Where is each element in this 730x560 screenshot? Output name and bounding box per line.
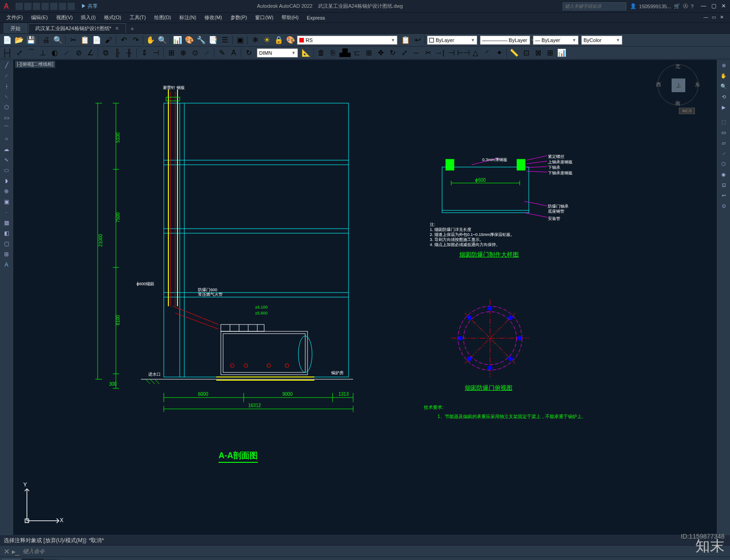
dim-diameter-icon[interactable]: ⊘ [73,47,84,58]
layer-color-icon[interactable]: 🎨 [285,35,296,46]
pline-tool-icon[interactable]: ⟍ [1,92,12,102]
rectangle-tool-icon[interactable]: ▭ [1,113,12,123]
nav-orbit-icon[interactable]: ⟲ [718,92,729,102]
mod-copy-icon[interactable]: ⎘ [328,47,339,58]
plotstyle-selector[interactable]: ByColor▼ [581,36,622,45]
layer-prev-icon[interactable]: ↩ [412,35,423,46]
table-tool-icon[interactable]: ⊞ [1,249,12,259]
dim-break-icon[interactable]: ⊣ [151,47,162,58]
tool-pan-icon[interactable]: ✋ [145,35,156,46]
mod-trim-icon[interactable]: ✂ [422,47,433,58]
dim-update-icon[interactable]: ↻ [243,47,254,58]
dim-jogged-icon[interactable]: ⟋ [61,47,72,58]
inquiry-5-icon[interactable]: 📊 [556,47,567,58]
viewcube[interactable]: 上 北 南 东 西 [657,64,699,105]
layer-selector[interactable]: RS▼ [297,36,397,45]
tab-start[interactable]: 开始 [4,23,27,33]
doc-restore-button[interactable]: ▭ [712,15,719,21]
tool-paste-icon[interactable]: 📄 [91,35,102,46]
viewcube-top[interactable]: 上 [672,79,685,92]
sel-all-icon[interactable]: ⊡ [718,180,729,190]
nav-showmotion-icon[interactable]: ▶ [718,102,729,112]
tool-plot-icon[interactable]: 🖨 [41,35,52,46]
mod-mirror-icon[interactable]: ▟▙ [339,47,350,58]
tab-document[interactable]: 武汉某工业园A24栋锅炉设计图纸*✕ [28,23,126,33]
inspect-icon[interactable]: ⊙ [189,47,200,58]
tab-add-button[interactable]: + [127,24,138,33]
inquiry-1-icon[interactable]: 📏 [509,47,520,58]
hatch-tool-icon[interactable]: ▦ [1,218,12,228]
sel-cross-icon[interactable]: ▱ [718,138,729,148]
sel-fence-icon[interactable]: ⟋ [718,148,729,158]
layer-manager-icon[interactable]: 📋 [400,35,411,46]
inquiry-2-icon[interactable]: ⊡ [521,47,532,58]
tool-sheet-icon[interactable]: 📑 [208,35,219,46]
spline-tool-icon[interactable]: ∿ [1,155,12,165]
sel-poly-icon[interactable]: ⬠ [718,159,729,169]
tool-props-icon[interactable]: 📊 [172,35,183,46]
close-button[interactable]: ✕ [719,3,728,10]
insert-tool-icon[interactable]: ⊕ [1,186,12,196]
wcs-label[interactable]: WCS [679,108,695,114]
inquiry-3-icon[interactable]: ⊠ [532,47,543,58]
menu-tools[interactable]: 工具(T) [126,13,150,22]
cmd-close-icon[interactable]: ✕ [2,547,11,556]
sel-last-icon[interactable]: ⊙ [718,201,729,211]
dimstyle-manager-icon[interactable]: 📐 [301,47,312,58]
dim-quick-icon[interactable]: ⧉ [100,47,111,58]
viewcube-north[interactable]: 北 [675,63,680,70]
mod-chamfer-icon[interactable]: △ [470,47,481,58]
polyline-tool-icon[interactable]: ⟋ [1,71,12,81]
mod-array-icon[interactable]: ⊞ [363,47,374,58]
layer-sun-icon[interactable]: ☀ [261,35,272,46]
center-mark-icon[interactable]: ⊕ [177,47,188,58]
ellipse-arc-tool-icon[interactable]: ◗ [1,176,12,186]
block-tool-icon[interactable]: ▣ [1,197,12,207]
dim-tedit-icon[interactable]: A [228,47,239,58]
menu-file[interactable]: 文件(F) [3,13,26,22]
sel-prev-icon[interactable]: ↩ [718,190,729,200]
tool-design-icon[interactable]: 🎨 [184,35,195,46]
nav-zoom-icon[interactable]: 🔍 [718,81,729,91]
inquiry-4-icon[interactable]: ⊞ [544,47,555,58]
dim-baseline-icon[interactable]: ╟ [112,47,123,58]
menu-modify[interactable]: 修改(M) [201,13,226,22]
qat-redo-icon[interactable] [68,3,75,10]
menu-express[interactable]: Express [303,14,328,21]
tool-render-icon[interactable]: ☰ [219,35,230,46]
user-menu[interactable]: 👤1505999135... 🛒 Ⓐ ? [626,3,697,10]
jog-line-icon[interactable]: ⟋ [201,47,212,58]
tool-cut-icon[interactable]: ✂ [68,35,78,46]
viewcube-west[interactable]: 西 [656,81,661,88]
menu-param[interactable]: 参数(P) [227,13,251,22]
tool-match-icon[interactable]: 🖌 [103,35,114,46]
tool-new-icon[interactable]: 📄 [2,35,13,46]
lineweight-selector[interactable]: — ByLayer▼ [533,36,579,45]
mod-stretch-icon[interactable]: ↔ [411,47,422,58]
tool-zoom-icon[interactable]: 🔍 [157,35,168,46]
xline-tool-icon[interactable]: ⟊ [1,81,12,91]
mod-erase-icon[interactable]: 🗑 [316,47,327,58]
qat-plot-icon[interactable] [50,3,57,10]
polygon-tool-icon[interactable]: ⬡ [1,102,12,112]
dim-continue-icon[interactable]: ╫ [124,47,135,58]
dim-angular-icon[interactable]: ∠ [85,47,96,58]
arc-tool-icon[interactable]: ⌒ [1,123,12,133]
menu-edit[interactable]: 编辑(E) [27,13,52,22]
menu-window[interactable]: 窗口(W) [251,13,277,22]
tool-open-icon[interactable]: 📂 [14,35,25,46]
linetype-selector[interactable]: ————— ByLayer▼ [480,36,530,45]
tool-undo-icon[interactable]: ↶ [118,35,129,46]
tab-close-icon[interactable]: ✕ [115,26,119,31]
mod-extend-icon[interactable]: →| [434,47,445,58]
ellipse-tool-icon[interactable]: ⬭ [1,165,12,175]
doc-close-button[interactable]: ✕ [720,15,727,21]
qat-saveas-icon[interactable] [42,3,49,10]
help-search-input[interactable] [563,2,626,10]
tool-save-icon[interactable]: 💾 [26,35,36,46]
revcloud-tool-icon[interactable]: ☁ [1,144,12,154]
dim-edit-icon[interactable]: ✎ [216,47,227,58]
mod-move-icon[interactable]: ✥ [375,47,386,58]
viewcube-east[interactable]: 东 [695,81,700,88]
drawing-canvas[interactable]: [-][俯视][二维线框] [13,59,717,535]
